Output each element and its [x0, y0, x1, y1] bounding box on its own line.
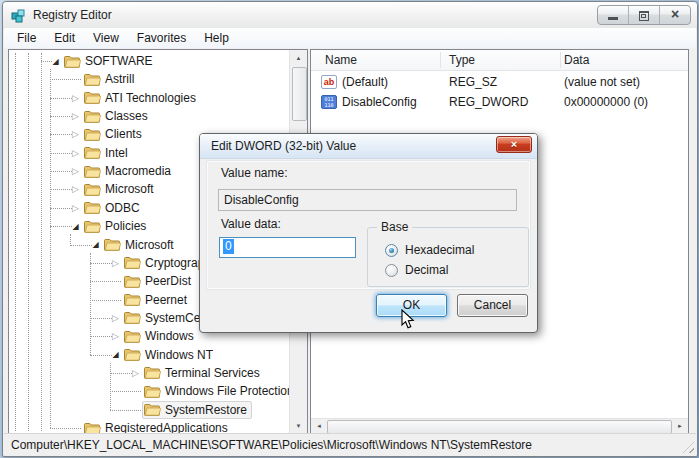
list-scrollbar-thumb[interactable]	[327, 420, 672, 434]
tree-item-windows-file-protection[interactable]: Windows File Protection	[129, 382, 290, 400]
tree-item-body[interactable]: Macromedia	[82, 162, 176, 180]
tree-item-body[interactable]: Intel	[82, 144, 133, 162]
tree-item-body[interactable]: SystemCer	[122, 309, 209, 327]
value-name: (Default)	[342, 75, 388, 89]
cancel-button[interactable]: Cancel	[457, 294, 528, 317]
list-horizontal-scrollbar[interactable]: ◄ ►	[311, 418, 688, 434]
radio-option-hexadecimal[interactable]: Hexadecimal	[385, 243, 474, 257]
scroll-right-icon[interactable]: ►	[672, 419, 688, 433]
dialog-title-bar[interactable]: Edit DWORD (32-bit) Value ×	[200, 134, 537, 159]
menu-item-edit[interactable]: Edit	[45, 29, 84, 47]
expander-icon[interactable]: ▷	[69, 148, 82, 158]
column-separator[interactable]	[560, 52, 561, 68]
expander-icon[interactable]: ▷	[109, 258, 122, 268]
expander-icon[interactable]: ◢	[109, 350, 122, 359]
tree-item-body[interactable]: Terminal Services	[142, 364, 265, 382]
tree-item-classes[interactable]: ▷Classes	[69, 107, 153, 125]
title-bar[interactable]: Registry Editor ×	[3, 2, 697, 29]
tree-item-label: Astrill	[101, 72, 134, 86]
tree-item-odbc[interactable]: ▷ODBC	[69, 199, 145, 217]
tree-item-body[interactable]: Windows File Protection	[142, 382, 290, 400]
tree-item-windows-nt[interactable]: ◢Windows NT	[109, 346, 218, 364]
tree-item-body[interactable]: PeerDist	[122, 272, 196, 290]
tree-item-label: Intel	[101, 146, 128, 160]
expander-icon[interactable]: ▷	[69, 93, 82, 103]
tree-item-cryptograp[interactable]: ▷Cryptograp	[109, 254, 209, 272]
tree-item-systemrestore[interactable]: SystemRestore	[129, 401, 252, 419]
expander-icon[interactable]: ▷	[109, 331, 122, 341]
close-button[interactable]: ×	[659, 6, 690, 24]
expander-icon[interactable]: ▷	[69, 184, 82, 194]
dialog-close-button[interactable]: ×	[496, 136, 532, 153]
menu-item-view[interactable]: View	[84, 29, 128, 47]
tree-scrollbar-thumb[interactable]	[292, 67, 307, 121]
tree-item-body[interactable]: Clients	[82, 125, 147, 143]
tree-item-label: Clients	[101, 127, 142, 141]
value-data-input[interactable]: 0	[219, 237, 356, 258]
expander-icon[interactable]: ▷	[69, 203, 82, 213]
tree-item-body[interactable]: Astrill	[82, 70, 139, 88]
tree-item-microsoft[interactable]: ◢Microsoft	[89, 236, 179, 254]
radio-selected-icon[interactable]	[385, 244, 398, 257]
tree-guide-line	[28, 53, 29, 431]
tree-item-body[interactable]: Microsoft	[82, 180, 159, 198]
tree-guide-line	[41, 53, 42, 431]
menu-item-help[interactable]: Help	[195, 29, 238, 47]
tree-item-peerdist[interactable]: PeerDist	[109, 272, 196, 290]
list-row--default-[interactable]: ab(Default)REG_SZ(value not set)	[311, 73, 688, 92]
radio-option-decimal[interactable]: Decimal	[385, 263, 448, 277]
expander-icon[interactable]: ▷	[129, 368, 142, 378]
tree-item-peernet[interactable]: Peernet	[109, 291, 192, 309]
resize-grip[interactable]	[683, 442, 694, 453]
menu-item-file[interactable]: File	[8, 29, 45, 47]
radio-icon[interactable]	[385, 264, 398, 277]
tree-item-terminal-services[interactable]: ▷Terminal Services	[129, 364, 265, 382]
value-type: REG_DWORD	[449, 95, 528, 109]
tree-connector-line	[90, 253, 91, 355]
tree-item-body[interactable]: RegisteredApplications	[82, 419, 233, 434]
tree-item-body[interactable]: Cryptograp	[122, 254, 209, 272]
minimize-button[interactable]	[598, 6, 628, 24]
tree-item-label: Peernet	[141, 293, 187, 307]
menu-item-favorites[interactable]: Favorites	[128, 29, 195, 47]
tree-item-body[interactable]: Peernet	[122, 291, 192, 309]
tree-item-body[interactable]: SystemRestore	[142, 401, 252, 419]
column-header-type[interactable]: Type	[449, 53, 475, 67]
column-separator[interactable]	[440, 52, 441, 68]
tree-item-body[interactable]: Windows NT	[122, 346, 218, 364]
scroll-up-icon[interactable]: ▲	[290, 50, 307, 66]
tree-item-registeredapplications[interactable]: RegisteredApplications	[69, 419, 233, 434]
tree-item-systemcer[interactable]: ▷SystemCer	[109, 309, 209, 327]
tree-item-intel[interactable]: ▷Intel	[69, 144, 133, 162]
tree-item-astrill[interactable]: Astrill	[69, 70, 139, 88]
expander-icon[interactable]: ◢	[49, 57, 62, 66]
tree-item-body[interactable]: SOFTWARE	[62, 52, 158, 70]
tree-item-clients[interactable]: ▷Clients	[69, 125, 147, 143]
minimize-icon	[608, 17, 618, 20]
expander-icon[interactable]: ▷	[69, 166, 82, 176]
tree-item-body[interactable]: ODBC	[82, 199, 145, 217]
tree-item-windows[interactable]: ▷Windows	[109, 327, 199, 345]
expander-icon[interactable]: ◢	[89, 240, 102, 249]
expander-icon[interactable]: ▷	[69, 111, 82, 121]
list-row-disableconfig[interactable]: 011 110DisableConfigREG_DWORD0x00000000 …	[311, 93, 688, 112]
expander-icon[interactable]: ▷	[69, 129, 82, 139]
column-header-name[interactable]: Name	[325, 53, 357, 67]
scroll-down-icon[interactable]: ▼	[290, 418, 307, 434]
expander-icon[interactable]: ▷	[109, 313, 122, 323]
column-header-data[interactable]: Data	[564, 53, 589, 67]
tree-item-policies[interactable]: ◢Policies	[69, 217, 151, 235]
tree-item-body[interactable]: Policies	[82, 217, 151, 235]
tree-item-label: Windows File Protection	[161, 384, 290, 398]
scroll-left-icon[interactable]: ◄	[311, 419, 327, 433]
tree-item-body[interactable]: Classes	[82, 107, 153, 125]
tree-item-body[interactable]: Windows	[122, 327, 199, 345]
tree-item-body[interactable]: Microsoft	[102, 236, 179, 254]
expander-icon[interactable]: ◢	[69, 222, 82, 231]
tree-item-macromedia[interactable]: ▷Macromedia	[69, 162, 176, 180]
tree-item-ati-technologies[interactable]: ▷ATI Technologies	[69, 89, 201, 107]
maximize-button[interactable]	[628, 6, 659, 24]
tree-item-software[interactable]: ◢SOFTWARE	[49, 52, 158, 70]
tree-item-body[interactable]: ATI Technologies	[82, 89, 201, 107]
tree-item-microsoft[interactable]: ▷Microsoft	[69, 180, 159, 198]
